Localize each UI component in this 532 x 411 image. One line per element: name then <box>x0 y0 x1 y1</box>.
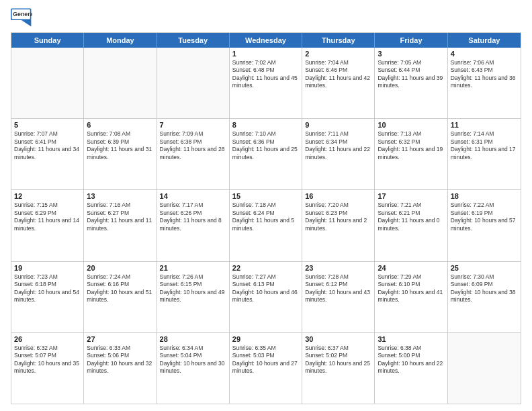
calendar-cell: 27Sunrise: 6:33 AM Sunset: 5:06 PM Dayli… <box>84 333 157 404</box>
calendar-cell: 13Sunrise: 7:16 AM Sunset: 6:27 PM Dayli… <box>84 190 157 261</box>
calendar-cell: 21Sunrise: 7:26 AM Sunset: 6:15 PM Dayli… <box>157 262 230 332</box>
header-day-sunday: Sunday <box>11 33 84 48</box>
day-info: Sunrise: 7:30 AM Sunset: 6:09 PM Dayligh… <box>451 273 518 304</box>
calendar-cell: 23Sunrise: 7:28 AM Sunset: 6:12 PM Dayli… <box>302 262 375 332</box>
calendar-cell: 22Sunrise: 7:27 AM Sunset: 6:13 PM Dayli… <box>230 262 302 332</box>
calendar-body: 1Sunrise: 7:02 AM Sunset: 6:48 PM Daylig… <box>11 48 521 404</box>
calendar-cell: 14Sunrise: 7:17 AM Sunset: 6:26 PM Dayli… <box>157 190 230 261</box>
day-number: 31 <box>378 335 444 343</box>
day-info: Sunrise: 7:23 AM Sunset: 6:18 PM Dayligh… <box>14 273 81 304</box>
day-info: Sunrise: 7:09 AM Sunset: 6:38 PM Dayligh… <box>160 130 226 161</box>
calendar-cell: 1Sunrise: 7:02 AM Sunset: 6:48 PM Daylig… <box>230 48 302 118</box>
day-info: Sunrise: 7:26 AM Sunset: 6:15 PM Dayligh… <box>160 273 226 304</box>
page: General SundayMondayTuesdayWednesdayThur… <box>0 0 532 411</box>
day-info: Sunrise: 7:02 AM Sunset: 6:48 PM Dayligh… <box>232 59 299 90</box>
calendar-cell: 20Sunrise: 7:24 AM Sunset: 6:16 PM Dayli… <box>84 262 157 332</box>
calendar-cell: 19Sunrise: 7:23 AM Sunset: 6:18 PM Dayli… <box>11 262 84 332</box>
header-day-thursday: Thursday <box>302 33 375 48</box>
calendar: SundayMondayTuesdayWednesdayThursdayFrid… <box>11 32 521 404</box>
day-info: Sunrise: 7:14 AM Sunset: 6:31 PM Dayligh… <box>451 130 518 161</box>
calendar-cell: 8Sunrise: 7:10 AM Sunset: 6:36 PM Daylig… <box>230 119 302 189</box>
calendar-row-3: 19Sunrise: 7:23 AM Sunset: 6:18 PM Dayli… <box>11 261 521 332</box>
day-info: Sunrise: 7:24 AM Sunset: 6:16 PM Dayligh… <box>87 273 153 304</box>
day-info: Sunrise: 7:13 AM Sunset: 6:32 PM Dayligh… <box>378 130 444 161</box>
calendar-cell: 18Sunrise: 7:22 AM Sunset: 6:19 PM Dayli… <box>448 190 521 261</box>
day-info: Sunrise: 7:29 AM Sunset: 6:10 PM Dayligh… <box>378 273 444 304</box>
day-info: Sunrise: 6:37 AM Sunset: 5:02 PM Dayligh… <box>305 345 371 375</box>
day-info: Sunrise: 7:04 AM Sunset: 6:46 PM Dayligh… <box>305 59 371 90</box>
header: General <box>11 8 521 27</box>
day-number: 9 <box>305 121 371 129</box>
calendar-cell: 26Sunrise: 6:32 AM Sunset: 5:07 PM Dayli… <box>11 333 84 404</box>
header-day-tuesday: Tuesday <box>157 33 230 48</box>
day-number: 30 <box>305 335 371 343</box>
day-info: Sunrise: 7:08 AM Sunset: 6:39 PM Dayligh… <box>87 130 153 161</box>
day-number: 25 <box>451 264 518 272</box>
day-number: 20 <box>87 264 153 272</box>
day-number: 16 <box>305 192 371 200</box>
day-number: 21 <box>160 264 226 272</box>
calendar-cell <box>11 48 84 118</box>
day-number: 3 <box>378 50 444 58</box>
day-info: Sunrise: 7:20 AM Sunset: 6:23 PM Dayligh… <box>305 201 371 232</box>
calendar-cell: 10Sunrise: 7:13 AM Sunset: 6:32 PM Dayli… <box>375 119 447 189</box>
day-number: 2 <box>305 50 371 58</box>
calendar-cell: 15Sunrise: 7:18 AM Sunset: 6:24 PM Dayli… <box>230 190 302 261</box>
day-info: Sunrise: 6:38 AM Sunset: 5:00 PM Dayligh… <box>378 345 444 375</box>
calendar-cell: 4Sunrise: 7:06 AM Sunset: 6:43 PM Daylig… <box>448 48 521 118</box>
header-day-friday: Friday <box>375 33 447 48</box>
calendar-cell <box>448 333 521 404</box>
day-info: Sunrise: 7:28 AM Sunset: 6:12 PM Dayligh… <box>305 273 371 304</box>
calendar-row-2: 12Sunrise: 7:15 AM Sunset: 6:29 PM Dayli… <box>11 189 521 261</box>
calendar-row-1: 5Sunrise: 7:07 AM Sunset: 6:41 PM Daylig… <box>11 118 521 189</box>
day-number: 10 <box>378 121 444 129</box>
day-info: Sunrise: 6:35 AM Sunset: 5:03 PM Dayligh… <box>232 345 299 375</box>
day-number: 12 <box>14 192 81 200</box>
day-info: Sunrise: 7:07 AM Sunset: 6:41 PM Dayligh… <box>14 130 81 161</box>
day-number: 1 <box>232 50 299 58</box>
day-info: Sunrise: 7:16 AM Sunset: 6:27 PM Dayligh… <box>87 201 153 232</box>
calendar-cell: 3Sunrise: 7:05 AM Sunset: 6:44 PM Daylig… <box>375 48 447 118</box>
calendar-cell: 11Sunrise: 7:14 AM Sunset: 6:31 PM Dayli… <box>448 119 521 189</box>
day-number: 19 <box>14 264 81 272</box>
calendar-cell: 9Sunrise: 7:11 AM Sunset: 6:34 PM Daylig… <box>302 119 375 189</box>
day-info: Sunrise: 6:33 AM Sunset: 5:06 PM Dayligh… <box>87 345 153 375</box>
day-number: 23 <box>305 264 371 272</box>
logo: General <box>11 8 35 27</box>
day-number: 13 <box>87 192 153 200</box>
day-number: 6 <box>87 121 153 129</box>
calendar-cell: 5Sunrise: 7:07 AM Sunset: 6:41 PM Daylig… <box>11 119 84 189</box>
day-number: 26 <box>14 335 81 343</box>
calendar-cell: 2Sunrise: 7:04 AM Sunset: 6:46 PM Daylig… <box>302 48 375 118</box>
day-info: Sunrise: 6:34 AM Sunset: 5:04 PM Dayligh… <box>160 345 226 375</box>
day-number: 7 <box>160 121 226 129</box>
day-info: Sunrise: 7:05 AM Sunset: 6:44 PM Dayligh… <box>378 59 444 90</box>
day-info: Sunrise: 7:10 AM Sunset: 6:36 PM Dayligh… <box>232 130 299 161</box>
calendar-row-0: 1Sunrise: 7:02 AM Sunset: 6:48 PM Daylig… <box>11 48 521 118</box>
calendar-cell: 12Sunrise: 7:15 AM Sunset: 6:29 PM Dayli… <box>11 190 84 261</box>
calendar-cell: 24Sunrise: 7:29 AM Sunset: 6:10 PM Dayli… <box>375 262 447 332</box>
day-number: 8 <box>232 121 299 129</box>
day-info: Sunrise: 7:27 AM Sunset: 6:13 PM Dayligh… <box>232 273 299 304</box>
day-number: 5 <box>14 121 81 129</box>
day-number: 17 <box>378 192 444 200</box>
calendar-cell: 6Sunrise: 7:08 AM Sunset: 6:39 PM Daylig… <box>84 119 157 189</box>
calendar-cell: 17Sunrise: 7:21 AM Sunset: 6:21 PM Dayli… <box>375 190 447 261</box>
calendar-cell: 25Sunrise: 7:30 AM Sunset: 6:09 PM Dayli… <box>448 262 521 332</box>
day-number: 4 <box>451 50 518 58</box>
calendar-cell: 7Sunrise: 7:09 AM Sunset: 6:38 PM Daylig… <box>157 119 230 189</box>
day-info: Sunrise: 7:15 AM Sunset: 6:29 PM Dayligh… <box>14 201 81 232</box>
day-info: Sunrise: 7:11 AM Sunset: 6:34 PM Dayligh… <box>305 130 371 161</box>
calendar-cell <box>157 48 230 118</box>
header-day-wednesday: Wednesday <box>230 33 302 48</box>
day-number: 15 <box>232 192 299 200</box>
day-number: 14 <box>160 192 226 200</box>
day-info: Sunrise: 7:17 AM Sunset: 6:26 PM Dayligh… <box>160 201 226 232</box>
calendar-cell: 29Sunrise: 6:35 AM Sunset: 5:03 PM Dayli… <box>230 333 302 404</box>
day-number: 22 <box>232 264 299 272</box>
day-number: 11 <box>451 121 518 129</box>
day-number: 18 <box>451 192 518 200</box>
day-info: Sunrise: 6:32 AM Sunset: 5:07 PM Dayligh… <box>14 345 81 375</box>
calendar-header: SundayMondayTuesdayWednesdayThursdayFrid… <box>11 33 521 48</box>
calendar-cell <box>84 48 157 118</box>
